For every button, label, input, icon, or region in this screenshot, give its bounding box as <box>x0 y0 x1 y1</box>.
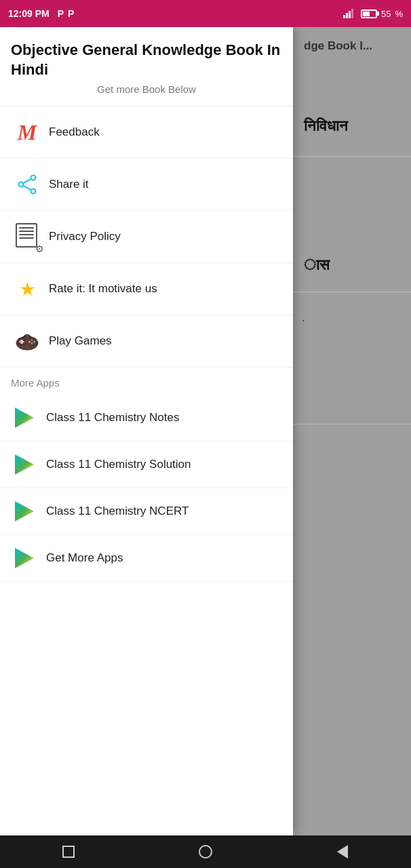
play-store-icon-1 <box>11 404 38 431</box>
back-button[interactable] <box>329 838 356 865</box>
carrier1: P <box>58 8 64 19</box>
play-store-icon-4 <box>11 545 38 572</box>
back-icon <box>337 845 348 859</box>
menu-item-rate[interactable]: ★ Rate it: It motivate us <box>0 263 293 315</box>
chemistry-ncert-label: Class 11 Chemistry NCERT <box>46 505 189 518</box>
svg-rect-0 <box>343 15 345 18</box>
recent-apps-icon <box>62 846 75 858</box>
bg-hindi2: ास <box>298 251 411 279</box>
svg-marker-18 <box>15 408 34 428</box>
status-right: 55% <box>343 8 403 19</box>
play-store-icon-2 <box>11 451 38 478</box>
app-item-chemistry-notes[interactable]: Class 11 Chemistry Notes <box>0 395 293 441</box>
svg-point-17 <box>28 341 31 343</box>
drawer-title: Objective General Knowledge Book In Hind… <box>11 41 282 79</box>
gmail-icon: M <box>11 116 43 149</box>
menu-item-privacy[interactable]: ⚙ Privacy Policy <box>0 211 293 263</box>
home-icon <box>199 845 212 859</box>
bottom-nav-bar <box>0 835 411 868</box>
bg-divider2 <box>292 292 411 292</box>
feedback-label: Feedback <box>49 125 100 139</box>
svg-marker-21 <box>15 548 34 568</box>
svg-point-4 <box>31 176 36 180</box>
more-apps-label: More Apps <box>11 377 60 389</box>
bg-divider3 <box>292 424 411 425</box>
document-icon: ⚙ <box>11 220 43 253</box>
drawer-subtitle: Get more Book Below <box>11 83 282 95</box>
drawer-header: Objective General Knowledge Book In Hind… <box>0 27 293 106</box>
recent-apps-button[interactable] <box>55 838 82 865</box>
gear-icon: ⚙ <box>35 243 44 254</box>
svg-point-14 <box>31 339 33 341</box>
share-label: Share it <box>49 178 89 191</box>
share-icon <box>11 168 43 201</box>
app-item-chemistry-ncert[interactable]: Class 11 Chemistry NCERT <box>0 488 293 535</box>
svg-line-8 <box>24 186 31 190</box>
svg-point-6 <box>31 189 36 194</box>
chemistry-notes-label: Class 11 Chemistry Notes <box>46 411 180 425</box>
svg-rect-1 <box>346 13 348 18</box>
status-bar: 12:09 PM P P 55% <box>0 0 411 27</box>
more-apps-section-header: More Apps <box>0 368 293 395</box>
app-item-chemistry-solution[interactable]: Class 11 Chemistry Solution <box>0 441 293 488</box>
rate-label: Rate it: It motivate us <box>49 282 157 296</box>
privacy-label: Privacy Policy <box>49 230 121 243</box>
bg-title: dge Book I... <box>298 34 411 58</box>
star-icon: ★ <box>11 273 43 305</box>
battery-icon <box>361 9 377 18</box>
time-display: 12:09 PM <box>8 8 50 19</box>
bg-dot: . <box>302 312 305 324</box>
svg-rect-3 <box>351 9 353 18</box>
svg-rect-13 <box>19 341 24 342</box>
battery-fill <box>363 12 370 16</box>
svg-point-16 <box>31 342 33 344</box>
games-label: Play Games <box>49 334 112 348</box>
signal-icon <box>343 8 357 19</box>
svg-rect-2 <box>349 11 351 18</box>
svg-marker-19 <box>15 454 34 475</box>
home-button[interactable] <box>192 838 219 865</box>
chemistry-solution-label: Class 11 Chemistry Solution <box>46 458 191 471</box>
svg-marker-20 <box>15 501 34 521</box>
svg-point-15 <box>33 341 35 343</box>
menu-item-share[interactable]: Share it <box>0 159 293 211</box>
bg-divider1 <box>292 156 411 157</box>
app-item-get-more-apps[interactable]: Get More Apps <box>0 535 293 582</box>
menu-item-games[interactable]: Play Games <box>0 315 293 368</box>
battery-percentage: 55 <box>381 9 391 19</box>
menu-item-feedback[interactable]: M Feedback <box>0 106 293 159</box>
play-store-icon-3 <box>11 498 38 525</box>
navigation-drawer: Objective General Knowledge Book In Hind… <box>0 27 293 835</box>
gamepad-icon <box>11 325 43 357</box>
svg-line-7 <box>24 179 31 183</box>
carrier2: P <box>68 8 74 19</box>
status-left: 12:09 PM P P <box>8 8 74 19</box>
get-more-apps-label: Get More Apps <box>46 551 123 565</box>
svg-point-5 <box>19 182 24 187</box>
bg-hindi1: निविधान <box>298 112 411 140</box>
